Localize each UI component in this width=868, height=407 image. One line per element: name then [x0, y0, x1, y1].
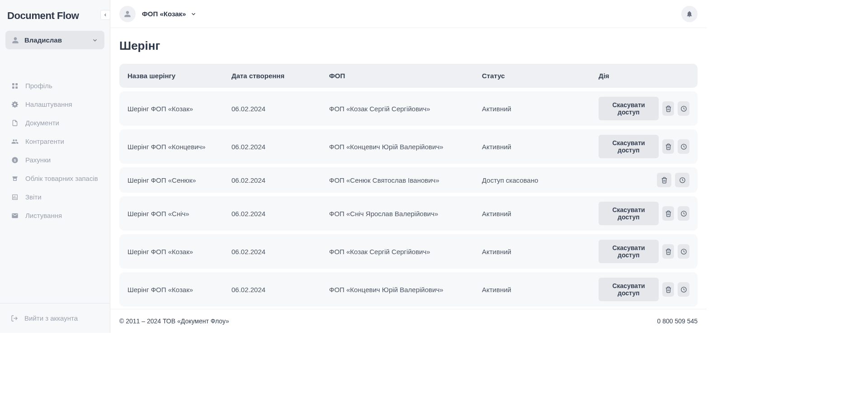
notifications-button[interactable]	[681, 6, 698, 22]
table-row: Шерінг ФОП «Концевич»06.02.2024ФОП «Конц…	[119, 129, 698, 164]
report-icon	[11, 194, 19, 201]
svg-rect-3	[15, 86, 18, 89]
delete-button[interactable]	[662, 206, 674, 221]
nav-label: Облік товарних запасів	[25, 175, 98, 182]
nav-reports[interactable]: Звіти	[0, 188, 110, 206]
sidebar: Document Flow Владислав Профіль	[0, 0, 110, 333]
nav-messages[interactable]: Листування	[0, 206, 110, 225]
delete-button[interactable]	[662, 244, 674, 259]
cell-date: 06.02.2024	[231, 176, 329, 184]
clock-icon	[679, 177, 686, 184]
table-row: Шерінг ФОП «Сніч»06.02.2024ФОП «Сніч Яро…	[119, 196, 698, 231]
chevron-down-icon	[190, 11, 197, 17]
cell-date: 06.02.2024	[231, 286, 329, 293]
cell-status: Активний	[482, 248, 599, 256]
cell-fop: ФОП «Концевич Юрій Валерійович»	[329, 286, 482, 293]
nav-documents[interactable]: Документи	[0, 114, 110, 132]
cell-date: 06.02.2024	[231, 210, 329, 218]
user-icon	[124, 10, 131, 18]
content: Шерінг Назва шерінгу Дата створення ФОП …	[110, 28, 707, 309]
trash-icon	[665, 210, 672, 217]
nav-label: Налаштування	[25, 100, 72, 108]
nav-label: Контрагенти	[25, 137, 64, 145]
bell-icon	[686, 10, 693, 18]
delete-button[interactable]	[657, 173, 671, 187]
delete-button[interactable]	[662, 139, 674, 154]
clock-icon	[680, 248, 687, 255]
trash-icon	[665, 143, 672, 150]
trash-icon	[665, 248, 672, 255]
nav-invoices[interactable]: $ Рахунки	[0, 151, 110, 169]
cell-name: Шерінг ФОП «Сніч»	[127, 210, 231, 218]
users-icon	[11, 138, 19, 145]
cell-status: Доступ скасовано	[482, 176, 599, 184]
user-dropdown[interactable]: Владислав	[5, 31, 104, 49]
revoke-button[interactable]: Скасувати доступ	[599, 135, 659, 158]
cell-status: Активний	[482, 210, 599, 218]
nav-profile[interactable]: Профіль	[0, 76, 110, 95]
trash-icon	[661, 177, 668, 184]
grid-icon	[11, 82, 19, 90]
logout-button[interactable]: Вийти з аккаунта	[0, 311, 110, 326]
nav-label: Документи	[25, 119, 59, 127]
delete-button[interactable]	[662, 101, 674, 116]
svg-rect-1	[15, 83, 18, 85]
cell-status: Активний	[482, 105, 599, 113]
cell-status: Активний	[482, 286, 599, 293]
document-icon	[11, 119, 19, 127]
phone: 0 800 509 545	[657, 317, 698, 325]
table-row: Шерінг ФОП «Козак»06.02.2024ФОП «Концеви…	[119, 272, 698, 307]
table-body: Шерінг ФОП «Козак»06.02.2024ФОП «Козак С…	[119, 91, 698, 309]
nav: Профіль Налаштування Документи Контраген…	[0, 58, 110, 303]
history-button[interactable]	[678, 101, 689, 116]
chevron-left-icon	[103, 13, 108, 17]
cell-date: 06.02.2024	[231, 143, 329, 151]
cell-fop: ФОП «Концевич Юрій Валерійович»	[329, 143, 482, 151]
cell-name: Шерінг ФОП «Козак»	[127, 248, 231, 256]
cell-status: Активний	[482, 143, 599, 151]
store-icon	[11, 175, 19, 182]
nav-inventory[interactable]: Облік товарних запасів	[0, 169, 110, 188]
history-button[interactable]	[678, 206, 689, 221]
main: ФОП «Козак» Шерінг Назва шерінгу Дата ст…	[110, 0, 707, 333]
revoke-button[interactable]: Скасувати доступ	[599, 97, 659, 120]
row-actions: Скасувати доступ	[599, 135, 689, 158]
revoke-button[interactable]: Скасувати доступ	[599, 202, 659, 225]
history-button[interactable]	[675, 173, 689, 187]
org-name: ФОП «Козак»	[142, 10, 186, 18]
delete-button[interactable]	[662, 282, 674, 297]
avatar-button[interactable]	[119, 6, 136, 22]
svg-text:$: $	[14, 158, 16, 162]
clock-icon	[680, 105, 687, 112]
sidebar-collapse-button[interactable]	[100, 10, 110, 20]
revoke-button[interactable]: Скасувати доступ	[599, 278, 659, 301]
row-actions: Скасувати доступ	[599, 202, 689, 225]
nav-label: Рахунки	[25, 156, 51, 164]
nav-contractors[interactable]: Контрагенти	[0, 132, 110, 151]
history-button[interactable]	[678, 282, 689, 297]
user-name: Владислав	[24, 36, 86, 44]
nav-settings[interactable]: Налаштування	[0, 95, 110, 114]
chevron-down-icon	[92, 37, 98, 43]
col-fop: ФОП	[329, 72, 482, 80]
svg-rect-7	[14, 195, 15, 199]
history-button[interactable]	[678, 244, 689, 259]
nav-label: Листування	[25, 212, 62, 219]
table-row: Шерінг ФОП «Козак»06.02.2024ФОП «Козак С…	[119, 91, 698, 126]
footer: © 2011 – 2024 ТОВ «Документ Флоу» 0 800 …	[110, 309, 707, 333]
cell-date: 06.02.2024	[231, 248, 329, 256]
revoke-button[interactable]: Скасувати доступ	[599, 240, 659, 263]
cell-fop: ФОП «Козак Сергій Сергійович»	[329, 105, 482, 113]
logout-label: Вийти з аккаунта	[24, 314, 78, 322]
row-actions: Скасувати доступ	[599, 97, 689, 120]
history-button[interactable]	[678, 139, 689, 154]
cell-name: Шерінг ФОП «Сенюк»	[127, 176, 231, 184]
col-action: Дія	[599, 72, 689, 80]
col-status: Статус	[482, 72, 599, 80]
copyright: © 2011 – 2024 ТОВ «Документ Флоу»	[119, 317, 229, 325]
topbar: ФОП «Козак»	[110, 0, 707, 28]
table-row: Шерінг ФОП «Сенюк»06.02.2024ФОП «Сенюк С…	[119, 167, 698, 193]
cell-name: Шерінг ФОП «Концевич»	[127, 143, 231, 151]
user-icon	[12, 37, 19, 44]
org-dropdown[interactable]: ФОП «Козак»	[142, 10, 197, 18]
